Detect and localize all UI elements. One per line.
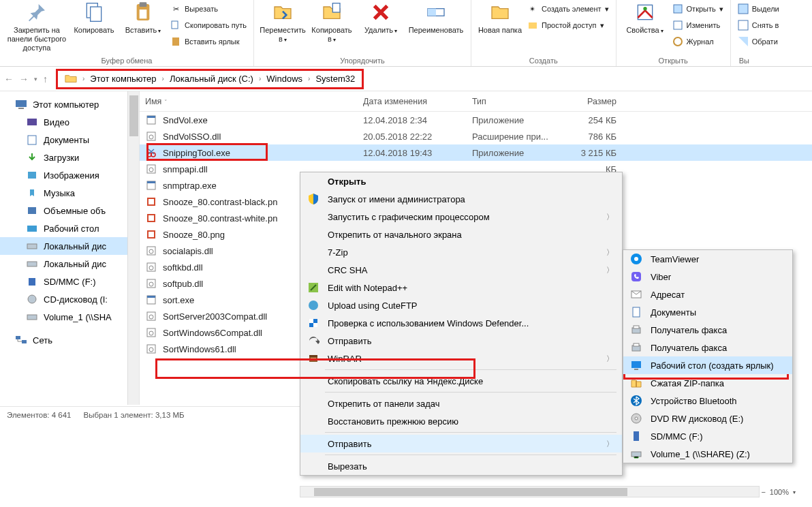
nav-item-3[interactable]: Изображения <box>0 166 139 184</box>
dvd-icon <box>630 412 642 425</box>
sendto-item-5[interactable]: Получатель факса <box>623 339 792 356</box>
submenu-arrow-icon: 〉 <box>606 354 614 364</box>
ctx-item-12[interactable]: Скопировать ссылку на Яндекс.Диске <box>300 372 622 390</box>
easy-access-button[interactable]: Простой доступ ▾ <box>525 18 612 33</box>
svg-rect-69 <box>311 358 316 360</box>
ctx-label: Запустить с графическим процессором <box>328 212 490 222</box>
ctx-item-10[interactable]: WinRAR〉 <box>300 350 622 367</box>
nav-row: ← → ▾ ↑ › Этот компьютер› Локальный диск… <box>0 67 812 91</box>
edit-button[interactable]: Изменить <box>670 18 726 33</box>
ctx-item-5[interactable]: CRC SHA〉 <box>300 261 622 279</box>
copy-button[interactable]: Копировать <box>69 0 119 35</box>
file-row[interactable]: SndVol.exe12.04.2018 2:34Приложение254 К… <box>140 112 812 128</box>
history-button[interactable]: Журнал <box>670 34 726 49</box>
file-row[interactable]: SnippingTool.exe12.04.2018 19:43Приложен… <box>140 144 812 161</box>
rename-icon <box>425 1 447 23</box>
ctx-item-17[interactable]: Отправить〉 <box>300 435 622 452</box>
paste-shortcut-button[interactable]: Вставить ярлык <box>168 34 249 49</box>
winrar-icon <box>307 352 319 365</box>
new-folder-button[interactable]: Новая папка <box>475 0 525 35</box>
select-none-button[interactable]: Снять в <box>735 18 782 33</box>
copy-to-button[interactable]: Копировать в▾ <box>307 0 356 44</box>
sendto-item-10[interactable]: SD/MMC (F:) <box>623 427 792 445</box>
crumb-1[interactable]: Локальный диск (C:) <box>170 74 253 84</box>
ctx-label: CRC SHA <box>328 265 368 275</box>
ctx-label: Открепить от панели задач <box>328 399 440 409</box>
nav-item-1[interactable]: Документы <box>0 131 139 149</box>
crumb-2[interactable]: Windows <box>266 74 302 84</box>
ctx-item-3[interactable]: Открепить от начального экрана <box>300 226 622 243</box>
npp-icon <box>307 281 319 294</box>
sendto-item-0[interactable]: TeamViewer <box>623 250 792 268</box>
ctx-item-8[interactable]: Проверка с использованием Windows Defend… <box>300 314 622 332</box>
crumb-3[interactable]: System32 <box>315 74 355 84</box>
new-item-button[interactable]: ✴Создать элемент ▾ <box>525 1 612 16</box>
nav-network[interactable]: Сеть <box>0 331 139 349</box>
ctx-item-2[interactable]: Запустить с графическим процессором〉 <box>300 208 622 226</box>
sendto-item-11[interactable]: Volume_1 (\\SHARE) (Z:) <box>623 445 792 463</box>
select-all-button[interactable]: Выдели <box>735 1 782 16</box>
rename-button[interactable]: Переименовать <box>405 0 467 35</box>
sendto-item-8[interactable]: Устройство Bluetooth <box>623 392 792 410</box>
open-button[interactable]: Открыть ▾ <box>670 1 726 16</box>
nav-this-pc[interactable]: Этот компьютер <box>0 95 139 113</box>
sendto-item-3[interactable]: Документы <box>623 303 792 321</box>
nav-forward-button[interactable]: → <box>19 74 29 84</box>
paste-button[interactable]: Вставить▾ <box>119 0 168 35</box>
invert-selection-button[interactable]: Обрати <box>735 34 782 49</box>
nav-item-9[interactable]: SD/MMC (F:) <box>0 273 139 290</box>
zoom-indicator[interactable]: −100%▾ <box>761 488 796 496</box>
nav-scrollbar[interactable] <box>127 91 139 405</box>
nav-recent-button[interactable]: ▾ <box>34 76 37 82</box>
sendto-item-2[interactable]: Адресат <box>623 286 792 303</box>
nav-item-4[interactable]: Музыка <box>0 184 139 202</box>
ctx-item-7[interactable]: Upload using CuteFTP <box>300 296 622 314</box>
nav-item-11[interactable]: Volume_1 (\\SHA <box>0 308 139 326</box>
sendto-item-7[interactable]: Сжатая ZIP-папка <box>623 374 792 392</box>
address-bar[interactable]: › Этот компьютер› Локальный диск (C:)› W… <box>56 69 364 89</box>
nav-back-button[interactable]: ← <box>4 74 14 84</box>
nav-item-7[interactable]: Локальный дис <box>0 237 139 255</box>
col-type[interactable]: Тип <box>467 97 569 106</box>
sendto-item-9[interactable]: DVD RW дисковод (E:) <box>623 410 792 427</box>
properties-button[interactable]: Свойства▾ <box>621 0 670 35</box>
folder-icon <box>489 1 511 23</box>
nav-item-10[interactable]: CD-дисковод (I: <box>0 290 139 308</box>
copy-path-button[interactable]: Скопировать путь <box>168 18 249 33</box>
nav-item-5[interactable]: Объемные объ <box>0 202 139 219</box>
file-row[interactable]: SndVolSSO.dll20.05.2018 22:22Расширение … <box>140 128 812 144</box>
horizontal-scrollbar[interactable] <box>300 486 760 497</box>
ctx-item-0[interactable]: Открыть <box>300 172 622 190</box>
sendto-item-1[interactable]: Viber <box>623 268 792 286</box>
sendto-item-4[interactable]: Получатель факса <box>623 321 792 339</box>
col-size[interactable]: Размер <box>569 97 637 106</box>
pin-to-quick-access-button[interactable]: Закрепить на панели быстрого доступа <box>4 0 69 52</box>
sendto-item-6[interactable]: Рабочий стол (создать ярлык) <box>623 356 792 374</box>
ctx-item-14[interactable]: Открепить от панели задач <box>300 395 622 412</box>
sendto-label: Получатель факса <box>651 325 727 335</box>
ctx-item-1[interactable]: Запуск от имени администратора <box>300 190 622 208</box>
col-date[interactable]: Дата изменения <box>358 97 467 106</box>
nav-item-8[interactable]: Локальный дис <box>0 255 139 273</box>
nav-item-6[interactable]: Рабочий стол <box>0 219 139 237</box>
ctx-item-19[interactable]: Вырезать <box>300 457 622 475</box>
nav-up-button[interactable]: ↑ <box>43 74 48 84</box>
move-to-button[interactable]: Переместить в▾ <box>258 0 307 44</box>
ribbon: Закрепить на панели быстрого доступа Коп… <box>0 0 812 67</box>
nav-item-0[interactable]: Видео <box>0 113 139 131</box>
cut-button[interactable]: ✂Вырезать <box>168 1 249 16</box>
file-icon <box>145 213 157 224</box>
ctx-item-15[interactable]: Восстановить прежнюю версию <box>300 412 622 430</box>
svg-rect-31 <box>22 340 27 343</box>
svg-rect-18 <box>16 100 27 107</box>
col-name[interactable]: Имя ˅ <box>140 97 358 106</box>
submenu-arrow-icon: 〉 <box>606 439 614 449</box>
crumb-0[interactable]: Этот компьютер <box>90 74 156 84</box>
ctx-label: Скопировать ссылку на Яндекс.Диске <box>328 376 483 386</box>
sendto-label: Получатель факса <box>651 343 727 353</box>
ctx-item-9[interactable]: Отправить <box>300 332 622 350</box>
ctx-item-6[interactable]: Edit with Notepad++ <box>300 279 622 296</box>
ctx-item-4[interactable]: 7-Zip〉 <box>300 243 622 261</box>
delete-button[interactable]: Удалить▾ <box>356 0 405 35</box>
nav-item-2[interactable]: Загрузки <box>0 149 139 166</box>
